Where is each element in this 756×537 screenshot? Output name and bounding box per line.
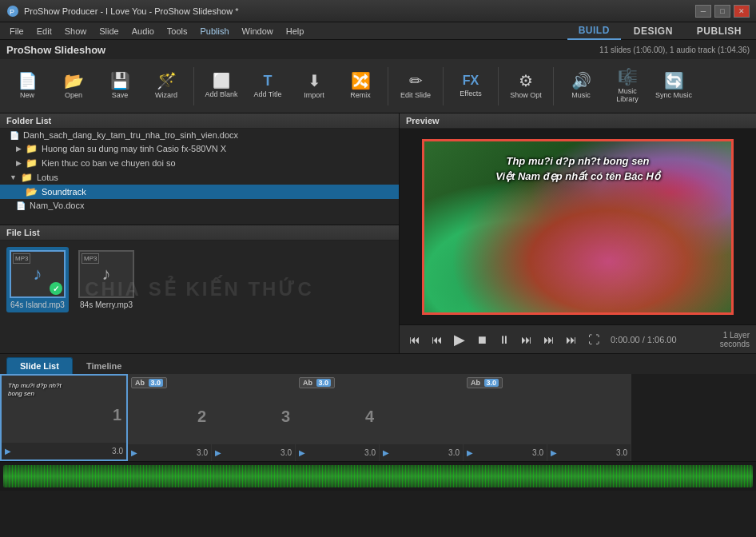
slide-5[interactable]: ▶ 3.0 [380, 374, 464, 461]
play-button[interactable]: ▶ [451, 329, 468, 350]
add-blank-icon: ⬜ [213, 74, 230, 88]
slide-play-icon: ▶ [383, 448, 389, 457]
import-icon: ⬇ [308, 73, 321, 89]
menu-show[interactable]: Show [58, 25, 94, 38]
music-button[interactable]: 🔊 Music [559, 63, 603, 109]
slide-play-icon: ▶ [5, 447, 11, 455]
merry-thumb: MP3 ♪ [78, 250, 134, 298]
slide-3[interactable]: 3 ▶ 3.0 [212, 374, 296, 461]
folder-item-label: Kien thuc co ban ve chuyen doi so [42, 158, 176, 168]
expand-arrow: ▶ [16, 159, 22, 167]
slide-play-icon: ▶ [551, 448, 557, 457]
new-icon: 📄 [18, 73, 38, 89]
wizard-button[interactable]: 🪄 Wizard [144, 63, 189, 109]
edit-slide-button[interactable]: ✏ Edit Slide [393, 63, 438, 109]
sync-music-button[interactable]: 🔄 Sync Music [651, 63, 696, 109]
remix-icon: 🔀 [351, 73, 371, 89]
tab-build[interactable]: BUILD [567, 22, 621, 40]
slide-play-icon: ▶ [131, 448, 137, 457]
music-lib-button[interactable]: 🎼 Music Library [605, 63, 650, 109]
folder-icon: 📁 [26, 143, 38, 154]
menu-file[interactable]: File [3, 25, 30, 38]
preview-header: Preview [400, 113, 756, 129]
check-badge: ✓ [50, 282, 62, 295]
folder-list-header: Folder List [0, 113, 399, 129]
folder-section: Folder List 📄 Danh_sach_dang_ky_tam_tru_… [0, 113, 399, 225]
pause-button[interactable]: ⏸ [495, 332, 513, 348]
slide-7-image [547, 374, 631, 444]
add-blank-button[interactable]: ⬜ Add Blank [199, 63, 244, 109]
maximize-button[interactable]: □ [714, 5, 730, 18]
file-label: 64s Island.mp3 [10, 300, 65, 309]
toolbar-separator-2 [388, 67, 388, 105]
menu-tools[interactable]: Tools [161, 25, 194, 38]
close-button[interactable]: ✕ [734, 5, 750, 18]
folder-item-nam-vo[interactable]: 📄 Nam_Vo.docx [0, 199, 399, 212]
add-title-button[interactable]: T Add Title [245, 63, 290, 109]
sync-music-icon: 🔄 [664, 73, 684, 89]
mp3-label: MP3 [13, 253, 30, 264]
slide-info: 11 slides (1:06.00), 1 audio track (1:04… [599, 46, 750, 54]
slide-6[interactable]: Ab 3.0 ▶ 3.0 [464, 374, 547, 461]
folder-item-danh-sach[interactable]: 📄 Danh_sach_dang_ky_tam_tru_nha_tro_sinh… [0, 129, 399, 141]
menu-slide[interactable]: Slide [93, 25, 125, 38]
go-end-button[interactable]: ⏭ [563, 332, 580, 348]
menu-help[interactable]: Help [280, 25, 311, 38]
save-label: Save [112, 91, 129, 99]
slide-4-image: Ab 3.0 4 [296, 374, 379, 444]
tab-publish[interactable]: PUBLISH [686, 23, 753, 39]
tab-slide-list[interactable]: Slide List [6, 357, 73, 374]
effects-button[interactable]: FX Effects [448, 63, 493, 109]
file-island-mp3[interactable]: MP3 ♪ ✓ 64s Island.mp3 [6, 247, 69, 312]
file-merry-mp3[interactable]: MP3 ♪ 84s Merry.mp3 [75, 247, 137, 312]
save-icon: 💾 [110, 73, 130, 89]
menu-edit[interactable]: Edit [30, 25, 58, 38]
slide-1[interactable]: Thp mu?i d?p nh?tbong sen 1 ▶ 3.0 [0, 374, 128, 461]
slide-1-text: Thp mu?i d?p nh?tbong sen [8, 382, 120, 399]
folder-item-kien-thuc[interactable]: ▶ 📁 Kien thuc co ban ve chuyen doi so [0, 156, 399, 170]
toolbar-separator-4 [498, 67, 499, 105]
next-button[interactable]: ⏭ [540, 332, 558, 348]
slide-6-duration: 3.0 [532, 448, 543, 457]
fullscreen-button[interactable]: ⛶ [585, 332, 603, 348]
music-note-icon: ♪ [34, 264, 42, 284]
slide-play-icon: ▶ [215, 448, 221, 457]
save-button[interactable]: 💾 Save [97, 63, 142, 109]
menu-audio[interactable]: Audio [125, 25, 161, 38]
slide-2-duration: 3.0 [197, 448, 208, 457]
menu-publish[interactable]: Publish [194, 25, 236, 38]
go-start-button[interactable]: ⏮ [406, 332, 424, 348]
add-blank-label: Add Blank [205, 90, 237, 98]
music-lib-label: Music Library [607, 87, 648, 103]
menu-window[interactable]: Window [236, 25, 280, 38]
stop-button[interactable]: ⏹ [473, 332, 491, 348]
file-label: 84s Merry.mp3 [80, 300, 133, 309]
folder-item-lotus[interactable]: ▼ 📁 Lotus [0, 170, 399, 185]
minimize-button[interactable]: ─ [695, 5, 711, 18]
folder-item-label: Huong dan su dung may tinh Casio fx-580V… [42, 144, 226, 153]
show-opt-button[interactable]: ⚙ Show Opt [503, 63, 548, 109]
slide-7[interactable]: ▶ 3.0 [547, 374, 631, 461]
tab-design[interactable]: DESIGN [623, 23, 684, 39]
main-layout: Folder List 📄 Danh_sach_dang_ky_tam_tru_… [0, 113, 756, 353]
open-button[interactable]: 📂 Open [51, 63, 96, 109]
slide-2[interactable]: Ab 3.0 2 ▶ 3.0 [128, 374, 212, 461]
folder-item-soundtrack[interactable]: 📂 Soundtrack [0, 185, 399, 199]
file-icon: 📄 [16, 201, 26, 210]
folder-active-icon: 📂 [26, 186, 38, 197]
next-frame-button[interactable]: ⏭ [518, 332, 535, 348]
folder-item-label: Danh_sach_dang_ky_tam_tru_nha_tro_sinh_v… [23, 130, 238, 140]
layer-unit: seconds [720, 340, 750, 348]
folder-item-huong-dan[interactable]: ▶ 📁 Huong dan su dung may tinh Casio fx-… [0, 141, 399, 156]
tab-timeline[interactable]: Timeline [73, 357, 135, 374]
import-button[interactable]: ⬇ Import [292, 63, 336, 109]
prev-button[interactable]: ⏮ [428, 332, 446, 348]
slide-7-footer: ▶ 3.0 [547, 444, 631, 461]
remix-button[interactable]: 🔀 Remix [338, 63, 383, 109]
app-title: ProShow Slideshow [6, 44, 105, 56]
slide-5-duration: 3.0 [448, 448, 460, 457]
slide-4[interactable]: Ab 3.0 4 ▶ 3.0 [296, 374, 380, 461]
new-button[interactable]: 📄 New [5, 63, 50, 109]
layer-info: 1 Layer seconds [720, 331, 750, 348]
menu-bar: File Edit Show Slide Audio Tools Publish… [0, 22, 756, 40]
